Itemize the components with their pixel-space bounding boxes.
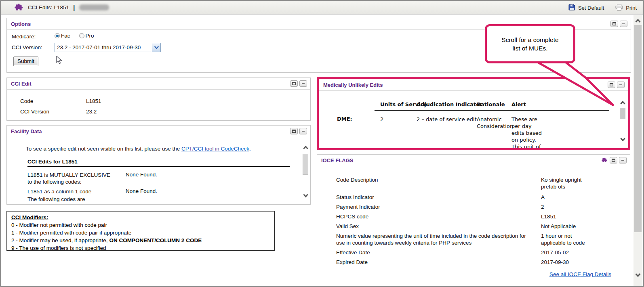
minimize-icon <box>301 82 305 85</box>
radio-unselected-icon <box>79 33 84 38</box>
minimize-button[interactable] <box>617 82 625 88</box>
chevron-up-icon[interactable] <box>635 18 641 25</box>
ioce-flags-panel: IOCE FLAGS Code Description Ko single up… <box>317 154 630 284</box>
radio-selected-icon <box>55 33 60 38</box>
notice-text: To see a specific edit not seen visible … <box>26 146 181 152</box>
scrollbar-thumb[interactable] <box>303 154 308 175</box>
minimize-button[interactable] <box>299 128 307 134</box>
radio-fac-label: Fac <box>61 33 70 39</box>
notice-period: . <box>249 146 251 152</box>
print-button[interactable]: Print <box>615 4 637 12</box>
medicare-label: Medicare: <box>12 34 36 40</box>
table-row: Code Description Ko single upright prefa… <box>336 176 620 190</box>
row-label: Code Description <box>336 176 536 190</box>
row-label: L1851 is MUTUALLY EXCLUSIVE to the follo… <box>27 172 114 185</box>
row-value: None Found. <box>126 188 157 194</box>
table-row: Valid Sex Not Applicable <box>336 223 620 230</box>
mue-scrollbar[interactable] <box>619 91 626 148</box>
mue-panel: Medically Unlikely Edits Units of Servic… <box>319 79 628 148</box>
page-scrollbar[interactable] <box>633 15 642 286</box>
panel-title: Options <box>11 21 31 27</box>
row-label: Effective Date <box>336 249 536 256</box>
callout-text: Scroll for a complete <box>501 36 558 44</box>
maximize-icon <box>612 159 615 162</box>
table-row: Payment Indicator 2 <box>336 203 620 210</box>
column1-code-link[interactable]: L1851 as a column 1 code <box>27 188 91 195</box>
see-all-ioce-link[interactable]: See all IOCE Flag Details <box>549 271 611 277</box>
codecheck-link[interactable]: CPT/CCI tool in CodeCheck <box>181 146 249 152</box>
mue-highlight-frame: Medically Unlikely Edits Units of Servic… <box>317 77 630 150</box>
minimize-icon <box>301 130 305 133</box>
cci-version-select[interactable]: 23.2 - 2017-07-01 thru 2017-09-30 <box>55 43 161 52</box>
cell-rationale: Anatomic Consideration <box>477 116 517 130</box>
puzzle-icon <box>602 157 607 163</box>
column-header: Adjudication Indicator <box>417 101 482 107</box>
row-label: Valid Sex <box>336 223 536 230</box>
radio-fac[interactable]: Fac <box>55 33 70 39</box>
cell-alert: These are per day edits based on policy.… <box>511 116 545 148</box>
table-row: HCPCS code L1851 <box>336 213 620 220</box>
minimize-button[interactable] <box>620 21 627 27</box>
row-label: Status Indicator <box>336 194 536 201</box>
ioce-panel-header: IOCE FLAGS <box>317 155 630 166</box>
chevron-down-icon[interactable] <box>620 137 626 143</box>
maximize-button[interactable] <box>290 128 298 134</box>
row-label: CCI Version <box>20 109 49 115</box>
minimize-button[interactable] <box>619 157 627 163</box>
mue-table: Units of Service Adjudication Indicator … <box>319 91 628 148</box>
row-value: 1 hour or not applicable to code <box>541 233 598 246</box>
facility-scrollbar[interactable] <box>302 138 309 204</box>
row-value: Ko single upright prefab ots <box>541 176 598 190</box>
maximize-button[interactable] <box>610 21 618 27</box>
panel-title: IOCE FLAGS <box>321 157 353 163</box>
chevron-up-icon[interactable] <box>620 100 626 106</box>
modifiers-heading: CCI Modifiers: <box>11 214 270 221</box>
printer-icon <box>615 4 623 12</box>
submit-button[interactable]: Submit <box>13 57 38 66</box>
cell-adjudication: 2 – date of service edit <box>417 116 477 123</box>
chevron-down-icon[interactable] <box>635 272 641 279</box>
app-window: CCI Edits: L1851 | Set Default <box>0 0 644 287</box>
minimize-icon <box>622 22 625 25</box>
redacted-text <box>79 4 109 10</box>
table-row: Numeric value representing the unit of t… <box>336 233 620 246</box>
maximize-icon <box>292 82 296 85</box>
maximize-icon <box>612 22 616 25</box>
panel-title: Medically Unlikely Edits <box>323 82 383 88</box>
scrollbar-thumb[interactable] <box>634 25 642 232</box>
row-label: Code <box>20 98 33 104</box>
maximize-button[interactable] <box>610 157 617 163</box>
title-separator: | <box>73 4 75 11</box>
maximize-button[interactable] <box>608 82 615 88</box>
chevron-down-icon[interactable] <box>303 192 309 199</box>
row-label: Numeric value representing the unit of t… <box>336 233 536 246</box>
minimize-icon <box>619 83 623 86</box>
row-label: The following codes are COMPONENTS of L1… <box>27 196 102 204</box>
floppy-disk-icon <box>568 4 575 12</box>
row-header: DME: <box>337 116 352 122</box>
cci-edit-panel-header: CCI Edit <box>7 78 310 90</box>
page-title: CCI Edits: L1851 <box>28 4 69 10</box>
radio-pro[interactable]: Pro <box>79 33 94 39</box>
titlebar: CCI Edits: L1851 | Set Default <box>1 1 643 15</box>
row-value: 2017-05-02 <box>541 249 598 256</box>
chevron-down-icon[interactable] <box>152 43 160 52</box>
callout-bubble: Scroll for a complete list of MUEs. <box>485 24 575 63</box>
row-value: None Found. <box>126 172 157 178</box>
facility-heading: CCI Edits for L1851 <box>27 159 290 167</box>
column-header: Rationale <box>477 101 505 107</box>
callout-text: list of MUEs. <box>513 44 548 52</box>
mue-panel-header: Medically Unlikely Edits <box>319 79 628 91</box>
chevron-up-icon[interactable] <box>303 144 309 151</box>
set-default-label: Set Default <box>578 5 604 11</box>
panel-title: Facility Data <box>11 128 42 134</box>
scrollbar-thumb[interactable] <box>620 108 625 119</box>
maximize-button[interactable] <box>290 80 298 87</box>
minimize-button[interactable] <box>299 80 307 87</box>
facility-panel-body: To see a specific edit not seen visible … <box>7 138 310 204</box>
facility-data-panel: Facility Data To see a specific edit not… <box>6 125 311 205</box>
row-value: A <box>541 194 598 201</box>
set-default-button[interactable]: Set Default <box>568 4 604 12</box>
row-value: L1851 <box>86 98 101 104</box>
facility-notice: To see a specific edit not seen visible … <box>26 146 251 152</box>
